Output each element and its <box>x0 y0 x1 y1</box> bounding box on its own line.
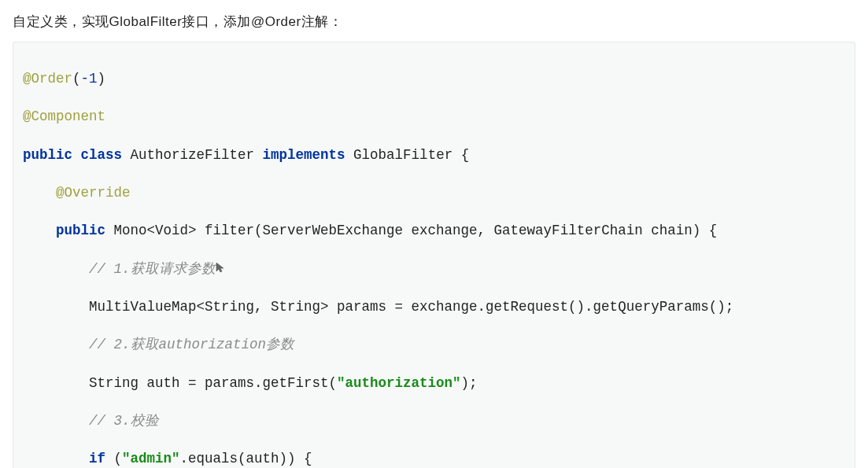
annotation-component: @Component <box>23 109 105 124</box>
method-sig: Mono<Void> filter(ServerWebExchange exch… <box>105 223 717 238</box>
indent <box>23 375 89 391</box>
code-line-4: @Override <box>23 183 845 202</box>
code-line-10: // 3.校验 <box>23 411 845 430</box>
code-line-5: public Mono<Void> filter(ServerWebExchan… <box>23 221 845 240</box>
comment-3: // 3.校验 <box>89 413 159 429</box>
cursor-icon <box>216 260 225 278</box>
code-line-8: // 2.获取authorization参数 <box>23 335 845 354</box>
keyword-class: class <box>81 147 123 163</box>
string-admin: "admin" <box>122 451 180 466</box>
code-line-9: String auth = params.getFirst("authoriza… <box>23 374 845 392</box>
annotation-override: @Override <box>56 185 131 201</box>
stmt-params: MultiValueMap<String, String> params = e… <box>89 299 733 315</box>
keyword-implements: implements <box>263 147 345 163</box>
if-a: ( <box>105 451 122 466</box>
code-line-6: // 1.获取请求参数 <box>23 260 845 278</box>
if-b: .equals(auth)) { <box>180 451 312 466</box>
paren-close: ) <box>98 71 106 87</box>
keyword-public: public <box>23 147 72 163</box>
indent <box>23 185 56 201</box>
code-line-3: public class AuthorizeFilter implements … <box>23 146 845 164</box>
indent <box>23 261 89 277</box>
code-line-11: if ("admin".equals(auth)) { <box>23 449 845 468</box>
string-authorization: "authorization" <box>337 375 461 391</box>
code-line-1: @Order(-1) <box>23 69 845 88</box>
indent <box>23 337 89 352</box>
comment-1: // 1.获取请求参数 <box>89 261 216 277</box>
indent <box>23 223 56 238</box>
paren-open: ( <box>72 71 81 87</box>
annotation-order: @Order <box>23 71 72 87</box>
order-value: -1 <box>81 71 98 87</box>
code-line-7: MultiValueMap<String, String> params = e… <box>23 297 845 316</box>
indent <box>23 299 89 315</box>
class-name: AuthorizeFilter <box>122 147 263 163</box>
description-text: 自定义类，实现GlobalFilter接口，添加@Order注解： <box>13 13 855 31</box>
comment-2: // 2.获取authorization参数 <box>89 337 294 352</box>
keyword-public: public <box>56 223 105 238</box>
indent <box>23 451 89 466</box>
code-line-2: @Component <box>23 107 845 126</box>
indent <box>23 413 89 429</box>
code-block: @Order(-1) @Component public class Autho… <box>13 42 855 468</box>
keyword-if: if <box>89 451 105 466</box>
stmt-auth-b: ); <box>461 375 478 391</box>
stmt-auth-a: String auth = params.getFirst( <box>89 375 337 391</box>
implements-name: GlobalFilter { <box>345 147 470 163</box>
